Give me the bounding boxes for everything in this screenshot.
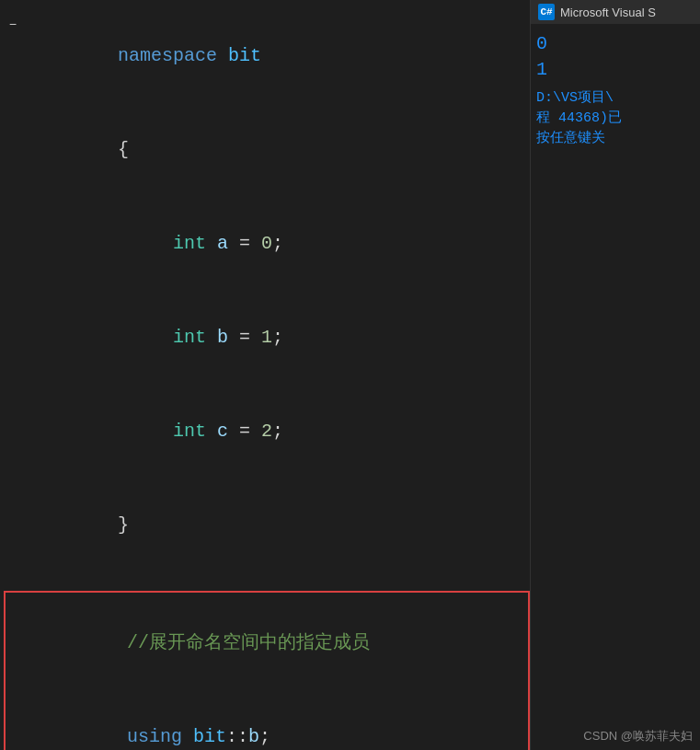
num-0: 0 bbox=[261, 233, 272, 254]
comment-cn: //展开命名空间中的指定成员 bbox=[127, 632, 370, 653]
line-ns-open: { bbox=[0, 103, 530, 197]
line-using: using bit::b; bbox=[13, 690, 521, 750]
ident-bit-using: bit bbox=[193, 726, 226, 747]
app-container: − namespace bit { int a = 0; int b = 1; bbox=[0, 0, 700, 750]
kw-namespace: namespace bbox=[118, 45, 217, 66]
watermark: CSDN @唤苏菲夫妇 bbox=[583, 728, 693, 744]
line-ns-open-content: { bbox=[26, 103, 530, 197]
ident-c: c bbox=[217, 421, 228, 442]
ident-b: b bbox=[217, 327, 228, 348]
ident-b-using: b bbox=[248, 726, 259, 747]
console-path-cont: 程 44368)已 bbox=[536, 110, 622, 126]
console-body: 0 1 D:\VS项目\ 程 44368)已 按任意键关 bbox=[531, 24, 700, 156]
line-int-c: int c = 2; bbox=[0, 385, 530, 479]
line-ns-decl: − namespace bit bbox=[0, 9, 530, 103]
line-ns-close-content: } bbox=[26, 479, 530, 572]
console-output-0: 0 bbox=[536, 31, 694, 57]
plain-space1 bbox=[217, 45, 228, 66]
highlight-block: //展开命名空间中的指定成员 using bit::b; bbox=[4, 591, 530, 750]
ident-bit-ns: bit bbox=[228, 45, 261, 66]
code-editor: − namespace bit { int a = 0; int b = 1; bbox=[0, 0, 530, 750]
comment-content: //展开命名空间中的指定成员 bbox=[13, 596, 521, 690]
num-1: 1 bbox=[261, 327, 272, 348]
line-int-a-content: int a = 0; bbox=[26, 197, 530, 291]
line-int-a: int a = 0; bbox=[0, 197, 530, 291]
line-int-b: int b = 1; bbox=[0, 291, 530, 385]
kw-using: using bbox=[127, 726, 182, 747]
line-ns-close: } bbox=[0, 479, 530, 572]
kw-int-b: int bbox=[173, 327, 206, 348]
line-int-c-content: int c = 2; bbox=[26, 385, 530, 479]
console-header: C# Microsoft Visual S bbox=[531, 0, 700, 24]
line-ns-decl-content: namespace bit bbox=[26, 9, 530, 103]
line-comment: //展开命名空间中的指定成员 bbox=[13, 596, 521, 690]
line-int-b-content: int b = 1; bbox=[26, 291, 530, 385]
ident-a: a bbox=[217, 233, 228, 254]
console-title: Microsoft Visual S bbox=[560, 6, 656, 19]
console-panel: C# Microsoft Visual S 0 1 D:\VS项目\ 程 443… bbox=[530, 0, 700, 750]
num-2: 2 bbox=[261, 421, 272, 442]
brace-open-ns: { bbox=[118, 139, 129, 160]
console-path: D:\VS项目\ 程 44368)已 按任意键关 bbox=[536, 88, 694, 149]
collapse-ns-icon[interactable]: − bbox=[0, 9, 26, 40]
console-path-text: D:\VS项目\ bbox=[536, 90, 614, 106]
kw-int-c: int bbox=[173, 421, 206, 442]
spacer-1 bbox=[0, 572, 530, 583]
using-content: using bit::b; bbox=[13, 690, 521, 750]
brace-close-ns: } bbox=[118, 514, 129, 536]
console-key-hint: 按任意键关 bbox=[536, 131, 605, 146]
console-output-1: 1 bbox=[536, 57, 694, 83]
vs-icon: C# bbox=[538, 4, 555, 20]
kw-int-a: int bbox=[173, 233, 206, 254]
